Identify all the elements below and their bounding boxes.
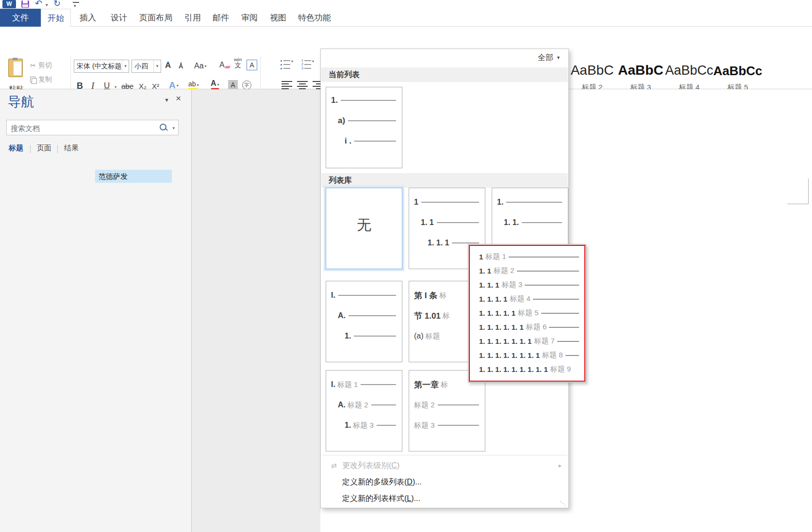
undo-button[interactable]: ↶	[35, 0, 42, 9]
flyout-line: 1标题 1	[468, 250, 586, 264]
tab-insert[interactable]: 插入	[76, 9, 100, 26]
grow-font-arrow-icon: ▲	[166, 60, 170, 64]
numbering-icon: 1 2 3	[301, 59, 311, 70]
list-style-roman[interactable]: I. A. 1.	[326, 281, 402, 362]
multilevel-list-dropdown: 全部 ▼ 当前列表 1. a) i . 列表库 无 1 1. 1 1. 1. 1	[320, 48, 569, 508]
numbering-button[interactable]: 1 2 3 ▾	[301, 57, 321, 74]
bullets-button[interactable]: ▾	[281, 57, 299, 74]
character-shading-button[interactable]: A	[228, 80, 238, 90]
list-library-header: 列表库	[321, 173, 568, 188]
list-preview-line: 标题 2	[409, 399, 485, 411]
highlight-dropdown-arrow-icon: ▾	[197, 83, 199, 87]
nav-heading-item[interactable]: 范德萨发	[95, 170, 172, 183]
dropdown-resize-handle[interactable]: ⋱	[560, 500, 565, 507]
style-heading-3[interactable]: AaBbC 标题 3	[617, 55, 664, 93]
tab-references[interactable]: 引用	[182, 9, 204, 26]
tab-special-features[interactable]: 特色功能	[295, 9, 334, 26]
word-logo-icon: W	[2, 0, 16, 8]
filter-dropdown-arrow-icon: ▼	[556, 55, 561, 60]
copy-button[interactable]: 复制	[30, 74, 52, 85]
flyout-line: 1. 1. 1标题 3	[468, 278, 586, 292]
character-border-button[interactable]: A	[247, 60, 257, 70]
menu-change-list-level: ⇄ 更改列表级别(C) ▸	[321, 458, 568, 473]
list-style-none[interactable]: 无	[326, 188, 402, 269]
align-center-button[interactable]	[297, 81, 308, 90]
tab-page-layout[interactable]: 页面布局	[137, 9, 175, 26]
navigation-title: 导航	[8, 93, 34, 111]
tab-mailings[interactable]: 邮件	[210, 9, 232, 26]
customize-quick-access-button[interactable]: ▾	[73, 2, 79, 3]
tab-home[interactable]: 开始	[41, 9, 71, 27]
word-window: W ↶ ▾ ↻ ▾ 文件 开始 插入 设计 页面布局 引用 邮件 审阅 视图 特…	[0, 0, 812, 532]
eraser-icon	[225, 66, 231, 68]
search-input[interactable]	[7, 120, 157, 136]
tab-view[interactable]: 视图	[267, 9, 289, 26]
list-preview-line: 1. 1.	[492, 216, 568, 229]
list-preview-line: 1.	[326, 94, 402, 107]
list-preview-line: a)	[326, 114, 402, 127]
font-name-combobox[interactable]: 宋体 (中文标题 ▾	[74, 60, 129, 73]
quick-access-toolbar: W ↶ ▾ ↻ ▾	[0, 0, 812, 9]
nav-tab-results[interactable]: 结果	[64, 144, 79, 153]
change-list-level-icon: ⇄	[328, 462, 340, 469]
current-list-header: 当前列表	[321, 67, 568, 82]
style-heading-5[interactable]: AaBbCc 标题 5	[714, 55, 761, 93]
flyout-line: 1. 1. 1. 1. 1. 1. 1. 1. 1标题 9	[468, 362, 586, 376]
style-heading-4[interactable]: AaBbCc 标题 4	[666, 55, 713, 93]
list-preview-line: 1.	[492, 196, 568, 209]
change-case-button[interactable]: Aa ▾	[194, 62, 207, 70]
list-preview-line: A.标题 2	[326, 399, 402, 411]
list-filter-dropdown[interactable]: 全部 ▼	[538, 52, 561, 64]
cut-button[interactable]: ✂ 剪切	[30, 60, 52, 71]
bullets-dropdown-arrow-icon: ▾	[291, 59, 293, 64]
navigation-tabs: 标题 页面 结果	[0, 144, 191, 156]
shrink-font-arrow-icon: ▼	[179, 62, 182, 65]
list-preview-line: A.	[326, 309, 402, 322]
clipboard-icon	[8, 59, 23, 77]
ribbon-tab-bar: 文件 开始 插入 设计 页面布局 引用 邮件 审阅 视图 特色功能	[0, 9, 812, 27]
style-heading-2[interactable]: AaBbC 标题 2	[569, 55, 615, 93]
font-name-dropdown-arrow-icon: ▾	[122, 60, 129, 72]
shrink-font-button[interactable]: A ▼	[179, 63, 183, 70]
navigation-pane: 导航 ▼ × ▾ 标题 页面 结果 范德萨发	[0, 89, 192, 532]
font-size-combobox[interactable]: 小四 ▾	[132, 60, 161, 73]
search-box: ▾	[6, 120, 179, 135]
list-preview-line: 1.	[326, 330, 402, 342]
menu-define-list-style[interactable]: 定义新的列表样式(L)...	[321, 491, 568, 506]
flyout-line: 1. 1. 1. 1. 1标题 5	[468, 306, 586, 320]
copy-icon	[30, 77, 36, 83]
search-icon[interactable]	[160, 124, 166, 130]
tab-file[interactable]: 文件	[0, 9, 41, 27]
navigation-close-icon[interactable]: ×	[176, 93, 181, 104]
current-list-thumbnail[interactable]: 1. a) i .	[326, 87, 402, 168]
save-button[interactable]	[21, 0, 29, 8]
tab-review[interactable]: 审阅	[238, 9, 261, 26]
align-left-button[interactable]	[282, 81, 292, 90]
list-preview-line: i .	[326, 135, 402, 147]
grow-font-button[interactable]: A ▲	[165, 61, 171, 70]
list-preview-line: 1	[409, 196, 485, 209]
undo-dropdown-arrow-icon[interactable]: ▾	[46, 2, 48, 7]
highlight-color-button[interactable]: ab ▾	[188, 80, 199, 90]
flyout-line: 1. 1. 1. 1. 1. 1. 1. 1标题 8	[468, 348, 586, 362]
list-preview-line: 标题 3	[409, 419, 485, 432]
enclose-characters-button[interactable]: 字	[242, 81, 251, 90]
font-color-dropdown-arrow-icon: ▾	[217, 82, 219, 87]
list-style-roman-headings[interactable]: I.标题 1 A.标题 2 1.标题 3	[326, 370, 402, 451]
tab-design[interactable]: 设计	[107, 9, 131, 26]
font-color-button[interactable]: A ▾	[211, 79, 219, 90]
nav-tab-headings[interactable]: 标题	[9, 144, 23, 153]
flyout-line: 1. 1. 1. 1. 1. 1. 1标题 7	[468, 334, 586, 348]
bullets-icon	[281, 59, 290, 70]
submenu-arrow-icon: ▸	[559, 462, 562, 469]
redo-button[interactable]: ↻	[53, 0, 61, 9]
change-case-dropdown-arrow-icon: ▾	[205, 64, 207, 68]
text-effects-dropdown-arrow-icon: ▾	[177, 83, 179, 88]
menu-define-multilevel-list[interactable]: 定义新的多级列表(D)...	[321, 475, 568, 489]
search-dropdown-arrow-icon[interactable]: ▾	[172, 126, 175, 130]
clear-formatting-button[interactable]: A	[219, 61, 230, 69]
nav-tab-pages[interactable]: 页面	[37, 144, 51, 153]
underline-dropdown-arrow-icon[interactable]: ▾	[115, 85, 116, 89]
phonetic-guide-button[interactable]: wén 文	[234, 58, 242, 68]
navigation-collapse-arrow-icon[interactable]: ▼	[164, 97, 169, 103]
